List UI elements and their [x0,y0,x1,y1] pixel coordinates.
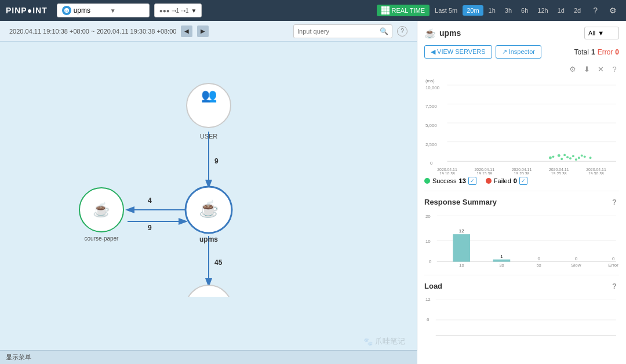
bar-chart-svg: 20 10 0 12 1 0 0 0 [424,211,619,269]
bar-chart[interactable]: 20 10 0 12 1 0 0 0 [424,211,619,269]
svg-text:0: 0 [429,259,432,264]
6h-button[interactable]: 6h [517,5,532,16]
scatter-chart[interactable]: (ms) 10,000 7,500 5,000 2,500 0 2020.04.… [424,76,619,174]
bar-1s[interactable] [453,234,470,261]
svg-text:19:10:38: 19:10:38 [439,172,455,174]
edge-label-4: 4 [148,196,152,205]
svg-text:0: 0 [537,256,540,261]
main-area: 2020.04.11 19:10:38 +08:00 ~ 2020.04.11 … [0,21,626,364]
svg-text:(ms): (ms) [425,78,435,83]
scatter-svg: (ms) 10,000 7,500 5,000 2,500 0 2020.04.… [424,76,619,174]
svg-point-29 [569,157,572,159]
svg-text:7,500: 7,500 [425,104,437,109]
chart-legend: Success 13 ✓ Failed 0 ✓ [424,177,619,185]
svg-text:6: 6 [427,317,430,322]
action-buttons: ◀ VIEW SERVERS ↗ Inspector Total 1 Error… [424,45,619,59]
load-help-icon[interactable]: ? [610,281,619,290]
3h-button[interactable]: 3h [501,5,516,16]
load-chart-svg: 12 6 [424,295,619,341]
grid-icon [381,6,390,14]
right-panel: ☕ upms All ▼ ◀ VIEW SERVERS ↗ Inspector … [417,21,626,364]
svg-text:0: 0 [612,256,615,261]
prev-btn[interactable]: ◀ [181,26,192,37]
realtime-button[interactable]: REAL TIME [377,5,430,16]
download-icon[interactable]: ⬇ [582,64,591,74]
top-navigation: PINP●INT u upms ▼ ●●● ⇢1 ⇢1 ▼ REAL TIME … [0,0,626,21]
app-name: upms [74,6,108,14]
user-icon: 👥 [201,88,217,103]
help-button[interactable]: ? [589,5,601,16]
user-label: USER [200,133,218,140]
right-header: ☕ upms All ▼ [424,27,619,39]
edge-label-45: 45 [214,259,223,267]
failed-checkbox[interactable]: ✓ [519,177,527,185]
right-app-title: upms [439,28,581,38]
filter-dropdown[interactable]: All ▼ [584,27,619,39]
svg-point-27 [566,156,569,158]
20m-button[interactable]: 20m [463,5,483,16]
time-range-text: 2020.04.11 19:10:38 +08:00 ~ 2020.04.11 … [9,28,176,35]
app-selector[interactable]: u upms ▼ [57,3,150,17]
success-legend: Success 13 ✓ [424,177,476,185]
svg-text:3s: 3s [499,263,504,268]
query-search-box[interactable]: 🔍 [293,24,392,38]
status-bar: 显示菜单 [0,350,417,364]
close-icon[interactable]: ✕ [596,64,605,74]
svg-text:Error: Error [608,263,618,268]
svg-point-33 [575,158,577,161]
map-toolbar: 2020.04.11 19:10:38 +08:00 ~ 2020.04.11 … [0,21,417,42]
course-paper-java-icon: ☕ [93,201,110,218]
divider-1 [424,191,619,191]
last5m-button[interactable]: Last 5m [431,5,461,16]
svg-text:u: u [65,9,68,13]
edge-label-9b: 9 [148,224,152,232]
inspector-button[interactable]: ↗ Inspector [496,45,541,59]
success-dot [424,178,430,184]
svg-point-28 [572,155,574,157]
svg-text:0: 0 [575,256,578,261]
left-panel: 2020.04.11 19:10:38 +08:00 ~ 2020.04.11 … [0,21,417,364]
agents-arrow: ▼ [191,8,197,14]
response-summary-title: Response Summary ? [424,197,619,206]
svg-text:Slow: Slow [571,263,581,268]
load-chart[interactable]: 12 6 [424,295,619,341]
response-help-icon[interactable]: ? [610,197,619,206]
edge-label-9a: 9 [214,157,219,165]
search-input[interactable] [297,28,377,35]
svg-text:1: 1 [500,254,503,259]
filter-arrow: ▼ [598,30,604,37]
topology-svg: 9 4 9 45 👥 USER ☕ upms [0,42,417,297]
1h-button[interactable]: 1h [485,5,500,16]
success-checkbox[interactable]: ✓ [468,177,476,185]
2d-button[interactable]: 2d [570,5,585,16]
failed-legend: Failed 0 ✓ [486,177,527,185]
svg-text:5s: 5s [536,263,541,268]
svg-point-32 [584,155,586,158]
topology-canvas[interactable]: 9 4 9 45 👥 USER ☕ upms [0,42,417,364]
map-help-button[interactable]: ? [397,26,407,37]
divider-2 [424,275,619,275]
settings-icon[interactable]: ⚙ [568,64,577,74]
1d-button[interactable]: 1d [554,5,569,16]
agents-selector[interactable]: ●●● ⇢1 ⇢1 ▼ [154,3,202,17]
upms-java-icon: ☕ [199,199,219,219]
svg-text:2,500: 2,500 [425,142,437,147]
course-paper-label: course-paper [85,235,119,242]
mysql-node-circle[interactable] [185,285,232,297]
view-servers-button[interactable]: ◀ VIEW SERVERS [424,45,492,59]
time-controls: REAL TIME Last 5m 20m 1h 3h 6h 12h 1d 2d [377,5,585,16]
next-btn[interactable]: ▶ [197,26,209,37]
svg-point-24 [558,154,561,157]
svg-point-23 [549,156,552,159]
svg-point-30 [563,154,566,156]
failed-dot [486,178,492,184]
app-java-icon: ☕ [424,27,436,39]
chart-help-icon[interactable]: ? [610,64,619,74]
logo: PINP●INT [6,6,48,15]
settings-button[interactable]: ⚙ [606,5,620,16]
dropdown-arrow: ▼ [110,8,144,14]
12h-button[interactable]: 12h [533,5,552,16]
svg-text:5,000: 5,000 [425,123,437,128]
bar-3s[interactable] [493,260,511,262]
svg-point-34 [589,156,592,159]
